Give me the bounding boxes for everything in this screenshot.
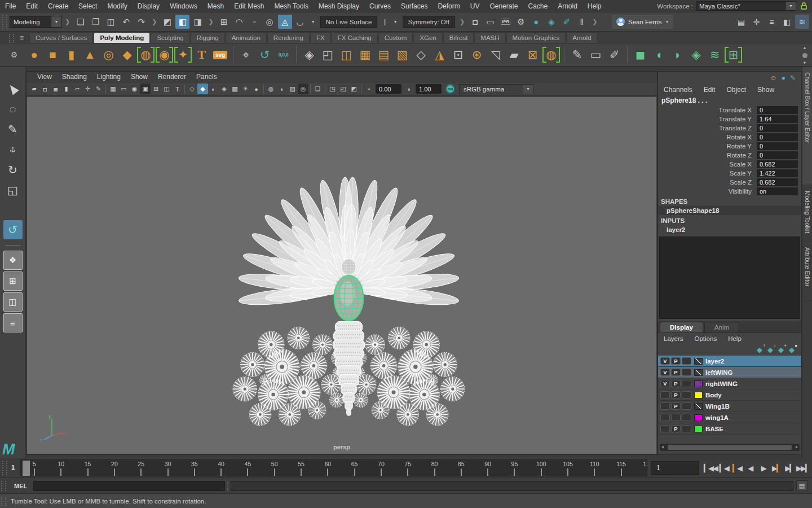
chevron-down-icon[interactable]: ▼ bbox=[786, 2, 796, 10]
layer-row-body[interactable]: PBody bbox=[658, 389, 801, 401]
layer-visibility-toggle[interactable] bbox=[660, 425, 670, 432]
input-node-row[interactable]: layer2 bbox=[658, 225, 801, 234]
gate-mask-icon[interactable]: ▣ bbox=[140, 84, 151, 94]
layer-row-rightwing[interactable]: VPrightWING bbox=[658, 378, 801, 389]
move-tool[interactable]: ↔↕ bbox=[3, 140, 23, 159]
new-scene-button[interactable]: ❏ bbox=[73, 15, 87, 29]
hypershade-button[interactable]: ● bbox=[529, 15, 543, 29]
layer-color-swatch[interactable] bbox=[694, 426, 703, 432]
shelf-tab-sculpting[interactable]: Sculpting bbox=[151, 32, 189, 43]
layer-playback-toggle[interactable]: P bbox=[671, 425, 681, 432]
shadows-icon[interactable]: ● bbox=[251, 84, 262, 94]
safe-title-icon[interactable]: T bbox=[172, 84, 183, 94]
viewport-menu-view[interactable]: View bbox=[32, 73, 57, 81]
camera-lock-icon[interactable]: ◘ bbox=[39, 84, 50, 94]
viewport-menu-panels[interactable]: Panels bbox=[191, 73, 222, 81]
shelf-poly-text-button[interactable]: T bbox=[193, 46, 210, 64]
channel-value-field[interactable]: 1.422 bbox=[757, 169, 798, 177]
make-live-button[interactable]: ◬ bbox=[278, 15, 292, 29]
shelf-lattice-button[interactable]: ⊠ bbox=[524, 46, 541, 64]
menu-uv[interactable]: UV bbox=[465, 2, 485, 10]
layer-visibility-toggle[interactable] bbox=[660, 402, 670, 410]
menu-cache[interactable]: Cache bbox=[523, 2, 553, 10]
user-account-menu[interactable]: Sean Ferris ▼ bbox=[612, 15, 673, 29]
layer-playback-toggle[interactable]: P bbox=[671, 369, 681, 376]
attribute-sliders-button[interactable]: ≡ bbox=[765, 15, 779, 29]
shelf-tab-motion-graphics[interactable]: Motion Graphics bbox=[506, 32, 566, 43]
layer-visibility-toggle[interactable]: V bbox=[660, 369, 670, 376]
menu-generate[interactable]: Generate bbox=[484, 2, 523, 10]
step-forward-frame-button[interactable]: ▶▎ bbox=[783, 459, 796, 476]
layer-display-type-toggle[interactable] bbox=[682, 402, 691, 410]
shelf-target-weld-button[interactable]: ⊡ bbox=[449, 46, 467, 64]
outliner-toggle-button[interactable]: ▤ bbox=[734, 15, 748, 29]
butterfly-wireframe-model[interactable] bbox=[212, 172, 486, 427]
object-name[interactable]: pSphere18 . . . bbox=[658, 95, 801, 106]
channel-value-field[interactable]: on bbox=[757, 187, 798, 195]
command-line-grip[interactable] bbox=[1, 481, 6, 491]
scroll-left-icon[interactable]: ◂ bbox=[661, 444, 664, 449]
group-collapse-icon[interactable]: ❙ bbox=[379, 18, 390, 25]
save-scene-button[interactable]: ◫ bbox=[104, 15, 118, 29]
smooth-shade-icon[interactable]: ◆ bbox=[197, 84, 208, 94]
shelf-options-gear-icon[interactable]: ⚙ bbox=[8, 50, 20, 59]
grid-icon[interactable]: ▦ bbox=[108, 84, 118, 94]
ipr-render-button[interactable]: IPR bbox=[498, 15, 513, 29]
shelf-sculpt-tool-button[interactable]: ✐ bbox=[606, 46, 623, 64]
current-frame-field[interactable]: 1 bbox=[651, 461, 699, 475]
menu-arnold[interactable]: Arnold bbox=[553, 2, 582, 10]
menu-mesh[interactable]: Mesh bbox=[202, 2, 229, 10]
display-options-icon[interactable]: ● bbox=[782, 74, 785, 82]
shelf-poly-cube-button[interactable]: ■ bbox=[44, 46, 61, 64]
channel-box-menu-channels[interactable]: Channels bbox=[658, 86, 698, 94]
shelf-tab-arnold[interactable]: Arnold bbox=[566, 32, 597, 43]
pause-button[interactable]: ‖ bbox=[575, 15, 589, 29]
shelf-tab-poly-modeling[interactable]: Poly Modeling bbox=[94, 32, 150, 43]
group-collapse-icon[interactable]: ❯ bbox=[149, 18, 160, 25]
side-tab-channel-box-layer-editor[interactable]: Channel Box / Layer Editor bbox=[802, 67, 812, 185]
group-collapse-icon[interactable]: ❯ bbox=[457, 18, 467, 25]
shelf-tab-animation[interactable]: Animation bbox=[226, 32, 267, 43]
shelf-spherical-mapping-button[interactable]: ◗ bbox=[669, 46, 686, 64]
layer-color-swatch[interactable] bbox=[694, 380, 703, 387]
scroll-right-icon[interactable]: ▸ bbox=[796, 444, 798, 449]
shelf-smooth-button[interactable]: ◮ bbox=[431, 46, 448, 64]
snap-curve-button[interactable]: ◠ bbox=[232, 15, 246, 29]
shelf-tab-custom[interactable]: Custom bbox=[378, 32, 413, 43]
shelf-poly-plane-button[interactable]: ◆ bbox=[118, 46, 136, 64]
shelf-fill-hole-button[interactable]: ▦ bbox=[356, 46, 374, 64]
shelf-sphere-projection-button[interactable]: ◍ bbox=[542, 46, 560, 64]
channel-box-menu-edit[interactable]: Edit bbox=[698, 86, 721, 94]
camera-attributes-icon[interactable]: ◙ bbox=[50, 84, 61, 94]
go-to-end-button[interactable]: ▶▶▎ bbox=[796, 459, 810, 476]
paint-select-tool[interactable]: ✎ bbox=[3, 120, 23, 139]
shelf-mirror-button[interactable]: ◫ bbox=[338, 46, 355, 64]
layer-playback-toggle[interactable]: P bbox=[671, 380, 681, 387]
layer-row-base[interactable]: PBASE bbox=[658, 423, 801, 435]
shelf-poly-cone-button[interactable]: ▲ bbox=[81, 46, 99, 64]
camera-icon[interactable]: ▰ bbox=[29, 84, 39, 94]
channel-value-field[interactable]: 0 bbox=[757, 106, 798, 114]
color-management-toggle[interactable]: ON bbox=[445, 84, 455, 94]
workspace-lock-icon[interactable] bbox=[799, 1, 809, 11]
depth-of-field-icon[interactable]: ◎ bbox=[298, 84, 308, 94]
select-tool[interactable] bbox=[3, 79, 23, 98]
layer-scrollbar[interactable]: ◂ ▸ bbox=[660, 444, 800, 451]
viewport-menu-lighting[interactable]: Lighting bbox=[92, 73, 126, 81]
shelf-automatic-mapping-button[interactable]: ◈ bbox=[687, 46, 705, 64]
pan-zoom-icon[interactable]: ✛ bbox=[82, 84, 93, 94]
image-plane-icon[interactable]: ▱ bbox=[72, 84, 82, 94]
material-override-icon[interactable]: ◈ bbox=[219, 84, 230, 94]
scroll-thumb[interactable] bbox=[668, 445, 792, 450]
shelf-menu-icon[interactable]: ≡ bbox=[20, 34, 24, 42]
exposure-icon[interactable]: ◔ bbox=[363, 84, 374, 94]
gamma-field[interactable]: 1.00 bbox=[416, 84, 442, 94]
shelf-edge-flow-button[interactable]: ▭ bbox=[587, 46, 604, 64]
play-backwards-button[interactable]: ◀ bbox=[744, 459, 757, 476]
layer-menu-layers[interactable]: Layers bbox=[658, 335, 689, 342]
channel-box-menu-show[interactable]: Show bbox=[752, 86, 780, 94]
scroll-up-icon[interactable]: ▲ bbox=[802, 45, 807, 50]
shelf-combine-button[interactable]: ◈ bbox=[301, 46, 318, 64]
menu-curves[interactable]: Curves bbox=[364, 2, 396, 10]
viewport-menu-show[interactable]: Show bbox=[126, 73, 153, 81]
